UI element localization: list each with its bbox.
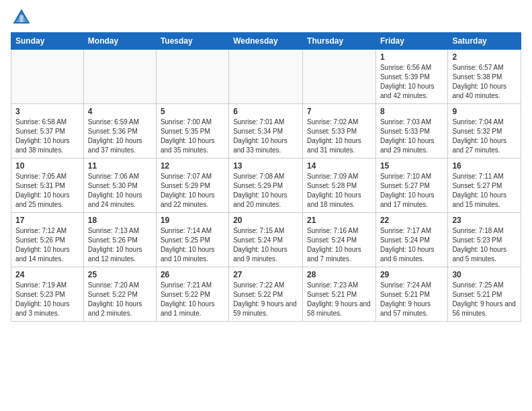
calendar-cell [229,50,303,104]
day-info: Sunrise: 7:04 AM Sunset: 5:32 PM Dayligh… [452,118,517,155]
day-info: Sunrise: 7:05 AM Sunset: 5:31 PM Dayligh… [15,172,79,210]
calendar-cell: 15Sunrise: 7:10 AM Sunset: 5:27 PM Dayli… [375,158,447,213]
day-info: Sunrise: 7:25 AM Sunset: 5:21 PM Dayligh… [452,281,517,318]
logo-icon [11,7,32,28]
day-info: Sunrise: 7:06 AM Sunset: 5:30 PM Dayligh… [88,172,152,210]
calendar-cell: 7Sunrise: 7:02 AM Sunset: 5:33 PM Daylig… [303,104,376,158]
day-info: Sunrise: 7:08 AM Sunset: 5:29 PM Dayligh… [233,172,298,210]
calendar-cell [11,50,84,104]
day-info: Sunrise: 7:21 AM Sunset: 5:22 PM Dayligh… [161,281,224,318]
day-number: 16 [452,161,517,171]
calendar-cell: 3Sunrise: 6:58 AM Sunset: 5:37 PM Daylig… [11,104,84,158]
calendar-cell: 10Sunrise: 7:05 AM Sunset: 5:31 PM Dayli… [11,158,84,213]
logo [11,7,35,28]
day-info: Sunrise: 7:22 AM Sunset: 5:22 PM Dayligh… [233,281,298,318]
calendar-cell [303,50,376,104]
calendar-cell: 20Sunrise: 7:15 AM Sunset: 5:24 PM Dayli… [229,213,303,267]
calendar-cell: 28Sunrise: 7:23 AM Sunset: 5:21 PM Dayli… [303,267,376,322]
day-number: 1 [380,52,443,62]
day-info: Sunrise: 6:56 AM Sunset: 5:39 PM Dayligh… [380,63,443,101]
weekday-header-thursday: Thursday [303,33,376,50]
weekday-header-monday: Monday [83,33,156,50]
day-number: 14 [307,161,371,171]
day-info: Sunrise: 7:12 AM Sunset: 5:26 PM Dayligh… [15,226,79,264]
day-info: Sunrise: 6:57 AM Sunset: 5:38 PM Dayligh… [452,63,517,101]
day-number: 24 [15,270,79,279]
day-number: 28 [307,270,371,279]
day-number: 27 [233,270,298,279]
day-info: Sunrise: 7:11 AM Sunset: 5:27 PM Dayligh… [452,172,517,210]
calendar-week-row: 17Sunrise: 7:12 AM Sunset: 5:26 PM Dayli… [11,213,521,267]
day-number: 2 [452,52,517,62]
day-number: 12 [161,161,224,171]
calendar-week-row: 3Sunrise: 6:58 AM Sunset: 5:37 PM Daylig… [11,104,521,158]
day-number: 11 [88,161,152,171]
calendar-cell: 14Sunrise: 7:09 AM Sunset: 5:28 PM Dayli… [303,158,376,213]
weekday-header-tuesday: Tuesday [156,33,228,50]
day-info: Sunrise: 7:03 AM Sunset: 5:33 PM Dayligh… [380,118,443,155]
calendar-cell [83,50,156,104]
day-info: Sunrise: 7:15 AM Sunset: 5:24 PM Dayligh… [233,226,298,264]
calendar-cell: 30Sunrise: 7:25 AM Sunset: 5:21 PM Dayli… [448,267,521,322]
day-info: Sunrise: 7:09 AM Sunset: 5:28 PM Dayligh… [307,172,371,210]
day-number: 17 [15,216,79,225]
day-info: Sunrise: 7:13 AM Sunset: 5:26 PM Dayligh… [88,226,152,264]
day-info: Sunrise: 6:59 AM Sunset: 5:36 PM Dayligh… [88,118,152,155]
calendar-cell: 1Sunrise: 6:56 AM Sunset: 5:39 PM Daylig… [375,50,447,104]
day-info: Sunrise: 6:58 AM Sunset: 5:37 PM Dayligh… [15,118,79,155]
calendar-cell: 13Sunrise: 7:08 AM Sunset: 5:29 PM Dayli… [229,158,303,213]
day-number: 20 [233,216,298,225]
day-number: 5 [161,107,224,116]
calendar-cell: 2Sunrise: 6:57 AM Sunset: 5:38 PM Daylig… [448,50,521,104]
header [11,7,521,28]
calendar-cell [156,50,228,104]
calendar-week-row: 1Sunrise: 6:56 AM Sunset: 5:39 PM Daylig… [11,50,521,104]
day-info: Sunrise: 7:01 AM Sunset: 5:34 PM Dayligh… [233,118,298,155]
calendar-cell: 24Sunrise: 7:19 AM Sunset: 5:23 PM Dayli… [11,267,84,322]
day-info: Sunrise: 7:16 AM Sunset: 5:24 PM Dayligh… [307,226,371,264]
day-info: Sunrise: 7:14 AM Sunset: 5:25 PM Dayligh… [161,226,224,264]
day-info: Sunrise: 7:10 AM Sunset: 5:27 PM Dayligh… [380,172,443,210]
calendar-header-row: SundayMondayTuesdayWednesdayThursdayFrid… [11,33,521,50]
weekday-header-sunday: Sunday [11,33,84,50]
calendar-cell: 23Sunrise: 7:18 AM Sunset: 5:23 PM Dayli… [448,213,521,267]
calendar-cell: 17Sunrise: 7:12 AM Sunset: 5:26 PM Dayli… [11,213,84,267]
calendar-week-row: 24Sunrise: 7:19 AM Sunset: 5:23 PM Dayli… [11,267,521,322]
calendar-cell: 12Sunrise: 7:07 AM Sunset: 5:29 PM Dayli… [156,158,228,213]
calendar-cell: 26Sunrise: 7:21 AM Sunset: 5:22 PM Dayli… [156,267,228,322]
day-number: 23 [452,216,517,225]
day-info: Sunrise: 7:18 AM Sunset: 5:23 PM Dayligh… [452,226,517,264]
calendar-cell: 22Sunrise: 7:17 AM Sunset: 5:24 PM Dayli… [375,213,447,267]
calendar-cell: 4Sunrise: 6:59 AM Sunset: 5:36 PM Daylig… [83,104,156,158]
day-number: 10 [15,161,79,171]
day-number: 26 [161,270,224,279]
day-info: Sunrise: 7:02 AM Sunset: 5:33 PM Dayligh… [307,118,371,155]
day-number: 21 [307,216,371,225]
day-number: 25 [88,270,152,279]
calendar-cell: 16Sunrise: 7:11 AM Sunset: 5:27 PM Dayli… [448,158,521,213]
day-number: 18 [88,216,152,225]
calendar-cell: 29Sunrise: 7:24 AM Sunset: 5:21 PM Dayli… [375,267,447,322]
calendar-cell: 6Sunrise: 7:01 AM Sunset: 5:34 PM Daylig… [229,104,303,158]
day-number: 4 [88,107,152,116]
day-info: Sunrise: 7:17 AM Sunset: 5:24 PM Dayligh… [380,226,443,264]
day-info: Sunrise: 7:20 AM Sunset: 5:22 PM Dayligh… [88,281,152,318]
calendar-cell: 19Sunrise: 7:14 AM Sunset: 5:25 PM Dayli… [156,213,228,267]
day-number: 6 [233,107,298,116]
page: SundayMondayTuesdayWednesdayThursdayFrid… [0,0,532,332]
calendar-week-row: 10Sunrise: 7:05 AM Sunset: 5:31 PM Dayli… [11,158,521,213]
day-info: Sunrise: 7:00 AM Sunset: 5:35 PM Dayligh… [161,118,224,155]
svg-rect-2 [19,15,23,22]
day-info: Sunrise: 7:23 AM Sunset: 5:21 PM Dayligh… [307,281,371,318]
day-number: 30 [452,270,517,279]
calendar-cell: 21Sunrise: 7:16 AM Sunset: 5:24 PM Dayli… [303,213,376,267]
day-info: Sunrise: 7:19 AM Sunset: 5:23 PM Dayligh… [15,281,79,318]
calendar-cell: 9Sunrise: 7:04 AM Sunset: 5:32 PM Daylig… [448,104,521,158]
day-number: 22 [380,216,443,225]
day-number: 9 [452,107,517,116]
calendar-cell: 11Sunrise: 7:06 AM Sunset: 5:30 PM Dayli… [83,158,156,213]
calendar-cell: 5Sunrise: 7:00 AM Sunset: 5:35 PM Daylig… [156,104,228,158]
day-number: 7 [307,107,371,116]
day-info: Sunrise: 7:24 AM Sunset: 5:21 PM Dayligh… [380,281,443,318]
day-number: 13 [233,161,298,171]
